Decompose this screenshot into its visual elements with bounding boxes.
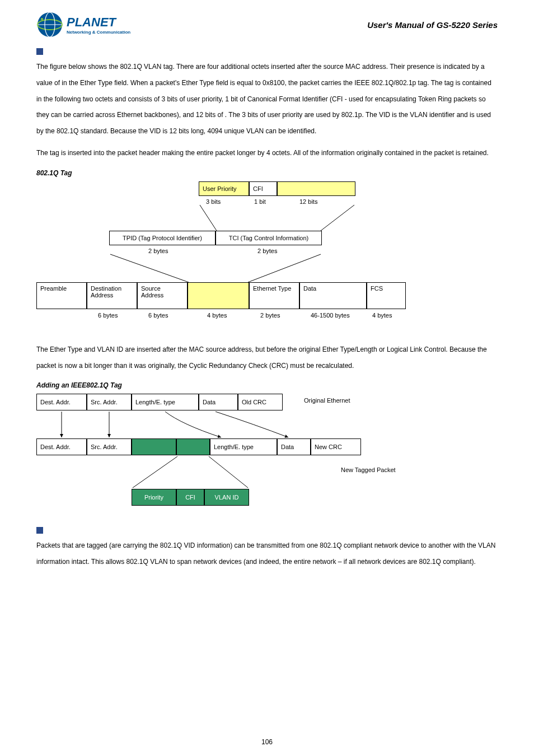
svg-line-5 [200, 205, 217, 231]
mid-paragraph: The Ether Type and VLAN ID are inserted … [36, 342, 498, 374]
figure2-title: Adding an IEEE802.1Q Tag [36, 381, 498, 389]
intro-paragraph-1: The figure below shows the 802.1Q VLAN t… [36, 59, 498, 139]
svg-point-4 [41, 18, 43, 20]
end-paragraph: Packets that are tagged (are carrying th… [36, 538, 498, 570]
brand-name: PLANET [67, 15, 130, 30]
svg-line-12 [209, 456, 248, 488]
figure1-title: 802.1Q Tag [36, 169, 498, 177]
diagram1-connectors [36, 181, 495, 333]
svg-line-6 [321, 205, 354, 231]
section-bullet-icon-2 [36, 527, 43, 534]
diagram2-connectors [36, 394, 495, 517]
logo: PLANET Networking & Communication [36, 11, 130, 38]
svg-line-8 [248, 254, 321, 282]
page-header: PLANET Networking & Communication User's… [36, 11, 498, 38]
intro-paragraph-2: The tag is inserted into the packet head… [36, 145, 498, 161]
svg-line-11 [133, 456, 177, 488]
diagram-8021q-tag: User Priority CFI 3 bits 1 bit 12 bits T… [36, 181, 495, 333]
brand-tagline: Networking & Communication [67, 30, 130, 35]
diagram-adding-tag: Dest. Addr. Src. Addr. Length/E. type Da… [36, 394, 495, 517]
page-number: 106 [0, 738, 534, 746]
logo-globe-icon [36, 11, 63, 38]
section-bullet-icon [36, 48, 43, 55]
svg-line-7 [110, 254, 189, 282]
manual-title: User's Manual of GS-5220 Series [367, 20, 498, 30]
logo-text: PLANET Networking & Communication [67, 15, 130, 35]
